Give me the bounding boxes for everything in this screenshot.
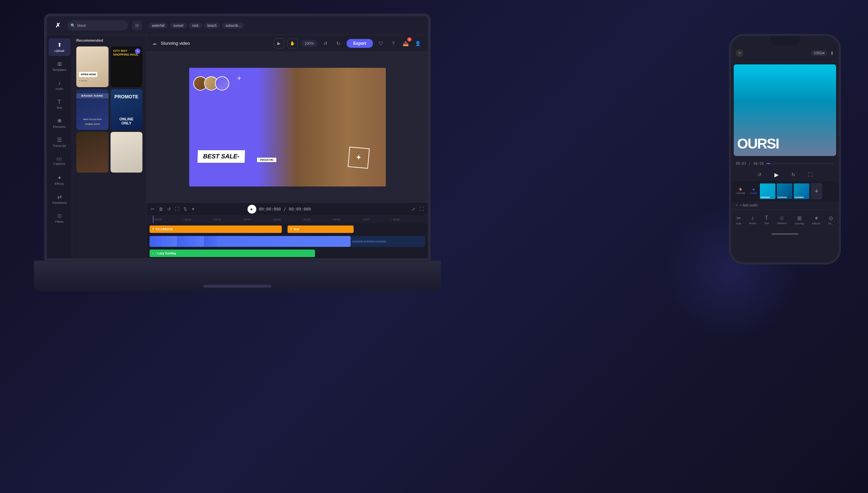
- phone-resolution[interactable]: 1080p▾: [811, 50, 827, 56]
- user-avatar[interactable]: 👤: [413, 39, 422, 48]
- sidebar-item-text[interactable]: T Text: [48, 95, 71, 113]
- phone-fullscreen-button[interactable]: ⛶: [805, 170, 815, 180]
- clip-text[interactable]: T Text: [288, 225, 354, 233]
- phone-strip-clip-3[interactable]: OURSIDE: [794, 183, 809, 199]
- sidebar-label-templates: Templates: [52, 68, 66, 72]
- sidebar-item-captions[interactable]: CC Captions: [48, 152, 71, 170]
- phone-strip-clip-2[interactable]: OURSIDE: [777, 183, 792, 199]
- timeline-ruler: 00:00 00:01 00:02 00:03 00:04 00:05 00:0…: [147, 216, 428, 223]
- mark-0: 00:00: [154, 218, 183, 221]
- hand-tool-button[interactable]: ✋: [288, 38, 298, 48]
- text-nav-icon: T: [765, 215, 768, 221]
- template-card-1[interactable]: OPEN NOW in Spring: [76, 46, 108, 87]
- laptop-screen: ✗ 🔍 black ⊟ waterfall sunset rock beach …: [44, 14, 431, 261]
- edit-nav-icon: ✂: [736, 215, 741, 221]
- scene: ✗ 🔍 black ⊟ waterfall sunset rock beach …: [0, 0, 868, 493]
- preview-play-button[interactable]: ▶: [274, 38, 284, 48]
- strip-text-1: OURSIDE: [761, 196, 770, 198]
- tag-waterfall[interactable]: waterfall: [149, 23, 168, 28]
- phone: ✕ 1080p▾ ⬆ OURSI 00:03 / 00:50: [729, 34, 841, 264]
- stickers-nav-icon: ☺: [779, 215, 785, 221]
- tag-sunset[interactable]: sunset: [170, 23, 186, 28]
- phone-unmute[interactable]: 🔇 Unmute: [734, 188, 747, 195]
- sidebar-item-effects[interactable]: ✦ Effects: [48, 171, 71, 189]
- cover-label: Cover: [750, 192, 757, 195]
- resize-tool[interactable]: ⤢: [412, 206, 415, 212]
- phone-play-button[interactable]: ▶: [771, 170, 782, 180]
- template-card-6[interactable]: [111, 132, 143, 173]
- audio-icon: ♪: [58, 80, 61, 86]
- video-clip-text[interactable]: OURSIDE OURSIDE OURSIDE...: [351, 236, 425, 247]
- phone-upload-icon[interactable]: ⬆: [830, 51, 834, 56]
- phone-undo-button[interactable]: ↺: [754, 170, 765, 180]
- phone-nav-audio[interactable]: ♪ Audio: [749, 215, 756, 225]
- phone-nav-text[interactable]: T Text: [764, 215, 769, 225]
- tag-rock[interactable]: rock: [189, 23, 202, 28]
- sidebar-item-templates[interactable]: ⊞ Templates: [48, 57, 71, 75]
- zoom-display[interactable]: 100%: [301, 40, 317, 47]
- filter-button[interactable]: ⊟: [132, 21, 142, 30]
- phone-redo-button[interactable]: ↻: [788, 170, 798, 180]
- phone-nav-filters[interactable]: ⊙ Fil...: [828, 215, 833, 225]
- redo-button[interactable]: ↻: [334, 39, 343, 48]
- phone-thumb-strip: 🔇 Unmute ◉ Cover OURSIDE OURSIDE OURSID: [731, 181, 839, 201]
- loop-tool[interactable]: ↺: [167, 206, 171, 212]
- phone-close-button[interactable]: ✕: [736, 50, 743, 57]
- sale-text: BEST SALE-: [203, 153, 239, 160]
- focus-text: -FOCUS ON-: [260, 159, 274, 161]
- phone-add-clip-button[interactable]: +: [811, 183, 822, 199]
- sidebar-label-captions: Captions: [53, 162, 65, 165]
- filter-icon: ⊟: [135, 23, 139, 28]
- sidebar-item-transitions[interactable]: ⇄ Transitions: [48, 190, 71, 208]
- flip-tool[interactable]: ⇅: [183, 206, 187, 212]
- audio-clip[interactable]: ♪ ♪ Lazy Sunday: [150, 250, 315, 257]
- playhead[interactable]: [153, 216, 154, 223]
- crop-tool[interactable]: ⛶: [175, 206, 179, 212]
- clip-text-label: Text: [293, 228, 299, 231]
- phone-strip-clip-1[interactable]: OURSIDE: [760, 183, 775, 199]
- project-title: Stunning video: [161, 41, 190, 46]
- clip-t-icon: T: [152, 228, 154, 231]
- template-card-2[interactable]: CITY BOYSHOPPING HAUL ✦: [111, 46, 143, 87]
- share-icon[interactable]: 📤 8: [401, 39, 410, 48]
- timeline-play-button[interactable]: ▶: [248, 205, 256, 214]
- mark-5: 00:05: [302, 218, 332, 221]
- sidebar-item-filters[interactable]: ⊙ Filters: [48, 209, 71, 227]
- ourside-text: OURSIDE OURSIDE OURSIDE...: [352, 240, 388, 243]
- tc4-online-label: ONLINEONLY: [111, 117, 143, 125]
- effects-nav-label: Effects: [812, 222, 820, 225]
- clip-to-create[interactable]: T TO CREATE: [150, 225, 282, 233]
- template-card-3[interactable]: BRAND NAME NEW COLLECTION COMING SOON: [76, 89, 108, 130]
- search-bar-container[interactable]: 🔍 black: [67, 20, 128, 31]
- magic-tool[interactable]: ✦: [191, 206, 195, 212]
- canvas-avatars: [196, 76, 229, 91]
- phone-play-controls: ↺ ▶ ↻ ⛶: [731, 168, 839, 181]
- delete-tool[interactable]: 🗑: [159, 206, 163, 212]
- shield-icon[interactable]: 🛡: [376, 39, 386, 48]
- fullscreen-tool[interactable]: ⛶: [419, 206, 424, 212]
- phone-nav-effects[interactable]: ✦ Effects: [812, 215, 820, 225]
- help-icon[interactable]: ?: [389, 39, 398, 48]
- sidebar-item-elements[interactable]: ❋ Elements: [48, 114, 71, 132]
- sidebar-item-audio[interactable]: ♪ Audio: [48, 76, 71, 94]
- phone-top-bar: ✕ 1080p▾ ⬆: [731, 45, 839, 62]
- export-button[interactable]: Export: [347, 39, 373, 48]
- phone-nav-overlay[interactable]: ⊞ Overlay: [795, 215, 804, 225]
- filters-icon: ⊙: [57, 213, 62, 219]
- cut-tool[interactable]: ✂: [151, 206, 155, 212]
- template-card-5[interactable]: [76, 132, 108, 173]
- phone-progress-bar[interactable]: [766, 163, 834, 164]
- tag-beach[interactable]: beach: [204, 23, 220, 28]
- sidebar-item-transcript[interactable]: ☰ Transcript: [48, 133, 71, 151]
- undo-button[interactable]: ↺: [321, 39, 330, 48]
- phone-nav-edit[interactable]: ✂ Edit: [736, 215, 741, 225]
- template-card-4[interactable]: PROMOTE ONLINEONLY: [111, 89, 143, 130]
- template-grid: OPEN NOW in Spring CITY BOYSHOPPING HAUL…: [72, 44, 146, 175]
- phone-add-audio-button[interactable]: + + Add audio: [731, 201, 839, 209]
- sidebar-item-upload[interactable]: ⬆ Upload: [48, 38, 71, 56]
- video-clip-main[interactable]: [150, 236, 351, 247]
- phone-nav-stickers[interactable]: ☺ Stickers: [777, 215, 787, 225]
- laptop-body: [34, 261, 441, 292]
- tag-subscribe[interactable]: subscrib...: [222, 23, 244, 28]
- phone-cover-selected[interactable]: ◉ Cover: [749, 188, 758, 195]
